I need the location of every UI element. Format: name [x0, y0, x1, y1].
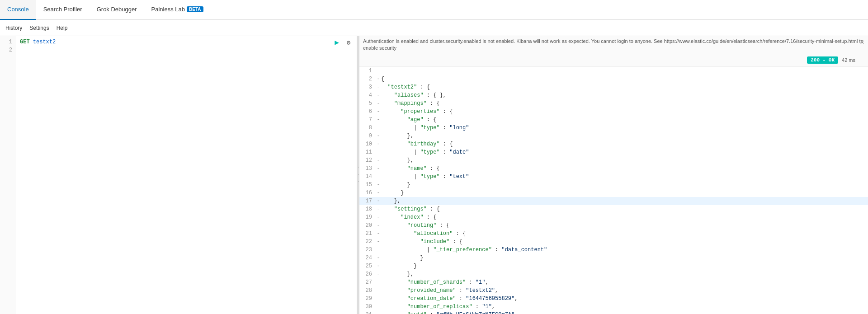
http-method: GET [20, 38, 30, 46]
help-button[interactable]: Help [57, 23, 68, 33]
settings-icon[interactable]: ⚙ [344, 38, 353, 47]
resp-line-31: 31 "uuid" : "qfMb_UEnSiWmZqMIECOg7A", [359, 311, 868, 314]
resp-line-8: 8 | "type" : "long" [359, 124, 868, 132]
response-header: 200 - OK 42 ms [359, 54, 868, 67]
resp-line-26: 26 - }, [359, 270, 868, 278]
time-label: 42 ms [842, 57, 855, 63]
tab-painless-lab-label: Painless Lab [151, 6, 185, 13]
resp-line-7: 7 - "age" : { [359, 116, 868, 124]
resp-line-30: 30 "number_of_replicas" : "1", [359, 303, 868, 311]
resp-line-6: 6 - "properties" : { [359, 108, 868, 116]
resp-line-25: 25 - } [359, 262, 868, 270]
warning-banner: Authentication is enabled and cluster.se… [359, 36, 868, 54]
editor-line-1: GET testxt2 [20, 38, 353, 46]
editor-line-2 [20, 46, 353, 54]
request-url: testxt2 [33, 38, 56, 46]
main-container: 1 2 GET testxt2 ▶ ⚙ · · · ✕ Authenticati… [0, 36, 868, 314]
tab-console[interactable]: Console [0, 0, 36, 20]
resp-line-23: 23 | "_tier_preference" : "data_content" [359, 246, 868, 254]
resp-line-21: 21 - "allocation" : { [359, 230, 868, 238]
resp-line-17: 17 - }, [359, 197, 868, 205]
resp-line-5: 5 - "mappings" : { [359, 99, 868, 108]
resp-line-14: 14 | "type" : "text" [359, 173, 868, 181]
settings-button[interactable]: Settings [29, 23, 49, 33]
resp-line-29: 29 "creation_date" : "1644756055829", [359, 295, 868, 303]
warning-text: Authentication is enabled and cluster.se… [363, 38, 863, 51]
resp-line-12: 12 - }, [359, 156, 868, 164]
resp-line-2: 2 - { [359, 75, 868, 83]
editor-pane: 1 2 GET testxt2 ▶ ⚙ [0, 36, 357, 314]
resp-line-10: 10 - "birthday" : { [359, 140, 868, 148]
response-pane: ✕ Authentication is enabled and cluster.… [359, 36, 868, 314]
tab-console-label: Console [7, 6, 29, 13]
resp-line-3: 3 - "testxt2" : { [359, 83, 868, 91]
resp-line-15: 15 - } [359, 181, 868, 189]
tab-search-profiler[interactable]: Search Profiler [36, 0, 90, 20]
tab-painless-lab[interactable]: Painless Lab BETA [144, 0, 211, 20]
top-nav: Console Search Profiler Grok Debugger Pa… [0, 0, 868, 20]
resp-line-18: 18 - "settings" : { [359, 205, 868, 213]
editor-code-area[interactable]: GET testxt2 [16, 36, 357, 314]
resp-line-19: 19 - "index" : { [359, 213, 868, 221]
resp-line-20: 20 - "routing" : { [359, 221, 868, 230]
tab-grok-debugger-label: Grok Debugger [97, 6, 137, 13]
close-button[interactable]: ✕ [858, 38, 866, 46]
resp-line-13: 13 - "name" : { [359, 164, 868, 173]
resp-line-27: 27 "number_of_shards" : "1", [359, 278, 868, 286]
tab-search-profiler-label: Search Profiler [43, 6, 82, 13]
editor-content: 1 2 GET testxt2 [0, 36, 357, 314]
toolbar: History Settings Help [0, 20, 868, 36]
editor-actions: ▶ ⚙ [332, 38, 353, 47]
resp-line-24: 24 - } [359, 254, 868, 262]
tab-grok-debugger[interactable]: Grok Debugger [90, 0, 144, 20]
resp-line-1: 1 [359, 67, 868, 75]
resp-line-28: 28 "provided_name" : "testxt2", [359, 286, 868, 295]
resp-line-9: 9 - }, [359, 132, 868, 140]
status-badge: 200 - OK [807, 56, 838, 64]
run-icon[interactable]: ▶ [332, 38, 341, 47]
response-content[interactable]: 1 2 - { 3 - "testxt2" : { 4 - "aliases" … [359, 67, 868, 314]
beta-badge: BETA [187, 6, 203, 12]
editor-line-numbers: 1 2 [0, 36, 16, 314]
resp-line-4: 4 - "aliases" : { }, [359, 91, 868, 99]
history-button[interactable]: History [5, 23, 22, 33]
resp-line-16: 16 - } [359, 189, 868, 197]
resp-line-11: 11 | "type" : "date" [359, 148, 868, 156]
resp-line-22: 22 - "include" : { [359, 238, 868, 246]
